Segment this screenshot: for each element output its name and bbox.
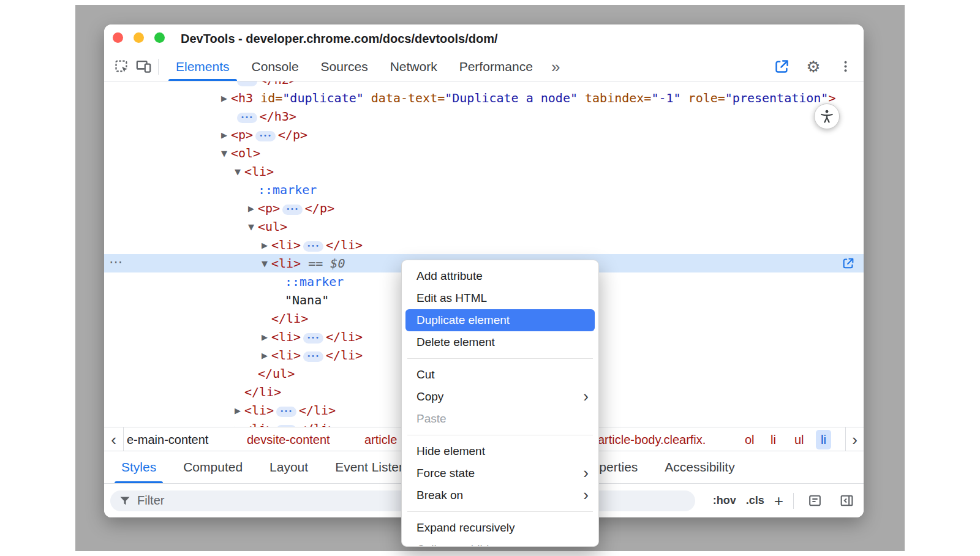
- inline-expand-badge[interactable]: •••: [303, 351, 323, 362]
- settings-gear-icon[interactable]: ⚙: [802, 56, 824, 78]
- dom-tree-row[interactable]: ::marker: [104, 181, 864, 199]
- dom-tree-row[interactable]: •••</h2>: [104, 81, 864, 89]
- context-menu-item-expand-recursively[interactable]: Expand recursively: [402, 517, 598, 539]
- menu-separator: [407, 358, 593, 359]
- breadcrumb-item-article-body-clearfix[interactable]: article-body.clearfix.: [598, 427, 706, 451]
- inline-expand-badge[interactable]: •••: [255, 131, 276, 141]
- inline-expand-badge[interactable]: •••: [282, 205, 303, 215]
- context-menu-item-force-state[interactable]: Force state›: [402, 462, 598, 484]
- expand-arrow-icon[interactable]: ▶: [262, 328, 271, 347]
- element-classes-button[interactable]: .cls: [746, 494, 764, 507]
- tag-text: </li>: [299, 403, 336, 418]
- filter-funnel-icon: [119, 495, 131, 507]
- dollar-text: $0: [330, 256, 345, 271]
- tab-network[interactable]: Network: [379, 52, 448, 81]
- extension-icon[interactable]: [771, 56, 793, 78]
- tab-performance[interactable]: Performance: [448, 52, 544, 81]
- tag-text: <p>: [231, 127, 253, 142]
- menu-item-label: Add attribute: [417, 269, 483, 282]
- dom-tree-row[interactable]: ▶<p>•••</p>: [104, 126, 864, 144]
- expand-arrow-icon[interactable]: ▶: [248, 200, 258, 218]
- str-text: "Nana": [285, 293, 329, 307]
- expand-arrow-icon[interactable]: ▶: [262, 347, 271, 365]
- breadcrumb-item-li[interactable]: li: [816, 430, 831, 449]
- menu-item-label: Force state: [417, 467, 475, 479]
- collapse-arrow-icon[interactable]: ▼: [235, 163, 244, 181]
- expand-arrow-icon[interactable]: ▶: [235, 420, 244, 427]
- tag-text: <li>: [271, 329, 301, 344]
- collapse-arrow-icon[interactable]: ▼: [262, 255, 271, 273]
- attribute-value: "duplicate": [282, 91, 363, 105]
- collapse-arrow-icon[interactable]: ▼: [248, 218, 258, 236]
- panel-tab-accessibility[interactable]: Accessibility: [653, 451, 746, 483]
- expand-arrow-icon[interactable]: ▶: [221, 89, 231, 108]
- panel-tab-styles[interactable]: Styles: [110, 451, 168, 483]
- context-menu-item-delete-element[interactable]: Delete element: [402, 331, 598, 353]
- dom-tree-row[interactable]: ▶<p>•••</p>: [104, 199, 864, 217]
- dom-tree-row[interactable]: ▶<li>•••</li>: [104, 236, 864, 254]
- inline-expand-badge[interactable]: •••: [303, 241, 323, 252]
- minimize-button[interactable]: [134, 32, 144, 43]
- breadcrumb-item-ul[interactable]: ul: [794, 427, 804, 451]
- breadcrumb-item-li[interactable]: li: [771, 427, 776, 451]
- tag-text: </li>: [326, 329, 363, 344]
- inline-expand-badge[interactable]: •••: [303, 333, 323, 344]
- row-more-actions-icon[interactable]: ⋯: [109, 254, 123, 272]
- breadcrumb-scroll-right-icon[interactable]: ›: [845, 427, 864, 451]
- device-toolbar-icon[interactable]: [132, 56, 154, 78]
- accessibility-overlay-button[interactable]: [814, 103, 840, 129]
- more-tabs-icon[interactable]: »: [551, 59, 560, 75]
- tab-sources[interactable]: Sources: [310, 52, 379, 81]
- context-menu-item-edit-as-html[interactable]: Edit as HTML: [402, 287, 598, 309]
- context-menu-item-hide-element[interactable]: Hide element: [402, 440, 598, 462]
- scroll-into-view-adorner-icon[interactable]: [842, 257, 855, 270]
- inline-expand-badge[interactable]: •••: [237, 81, 257, 86]
- more-menu-icon[interactable]: [834, 56, 856, 78]
- tag-text: </h3>: [260, 109, 296, 124]
- expand-arrow-icon[interactable]: ▶: [221, 126, 231, 145]
- controls-divider: [793, 493, 794, 509]
- dom-tree-row[interactable]: ▶<h3 id="duplicate" data-text="Duplicate…: [104, 89, 864, 107]
- context-menu-item-collapse-children[interactable]: Collapse children: [402, 539, 598, 547]
- tag-text: <li>: [244, 403, 274, 418]
- close-button[interactable]: [113, 32, 123, 43]
- breadcrumb-item-e-main-content[interactable]: e-main-content: [127, 427, 208, 451]
- attribute-name: data-text=: [371, 91, 445, 105]
- menu-item-label: Cut: [417, 368, 435, 381]
- panel-tab-layout[interactable]: Layout: [258, 451, 320, 483]
- rendering-emulations-icon[interactable]: [804, 490, 826, 512]
- toggle-element-state-button[interactable]: :hov: [713, 494, 736, 507]
- breadcrumb-item-ol[interactable]: ol: [745, 427, 755, 451]
- tag-text: </li>: [299, 421, 336, 427]
- breadcrumb-item-article[interactable]: article: [364, 427, 397, 451]
- breadcrumb-scroll-left-icon[interactable]: ‹: [104, 427, 124, 451]
- context-menu-item-add-attribute[interactable]: Add attribute: [402, 265, 598, 287]
- inline-expand-badge[interactable]: •••: [237, 113, 257, 123]
- expand-arrow-icon[interactable]: ▶: [262, 236, 271, 255]
- attribute-name: role=: [688, 91, 725, 105]
- dom-tree-row[interactable]: •••</h3>: [104, 107, 864, 126]
- attribute-value: "-1": [651, 91, 680, 105]
- dom-tree-row[interactable]: ▼<ul>: [104, 217, 864, 236]
- collapse-arrow-icon[interactable]: ▼: [221, 145, 231, 163]
- inspect-icon[interactable]: [110, 56, 132, 78]
- context-menu-item-duplicate-element[interactable]: Duplicate element: [405, 309, 595, 331]
- expand-arrow-icon[interactable]: ▶: [235, 402, 244, 420]
- tab-console[interactable]: Console: [241, 52, 310, 81]
- menu-item-label: Edit as HTML: [417, 291, 487, 304]
- window-controls: [113, 32, 165, 43]
- sidebar-toggle-icon[interactable]: [835, 490, 858, 512]
- submenu-chevron-icon: ›: [583, 484, 589, 506]
- context-menu-item-break-on[interactable]: Break on›: [402, 484, 598, 506]
- breadcrumb-item-devsite-content[interactable]: devsite-content: [247, 427, 330, 451]
- zoom-button[interactable]: [154, 32, 165, 43]
- panel-tab-computed[interactable]: Computed: [172, 451, 254, 483]
- dom-tree-row[interactable]: ▼<li>: [104, 162, 864, 181]
- dom-tree-row[interactable]: ▼<ol>: [104, 144, 864, 162]
- new-style-rule-icon[interactable]: +: [774, 493, 783, 509]
- menu-item-label: Hide element: [417, 445, 485, 457]
- context-menu-item-cut[interactable]: Cut: [402, 364, 598, 386]
- inline-expand-badge[interactable]: •••: [276, 407, 296, 417]
- tab-elements[interactable]: Elements: [165, 52, 241, 81]
- context-menu-item-copy[interactable]: Copy›: [402, 386, 598, 408]
